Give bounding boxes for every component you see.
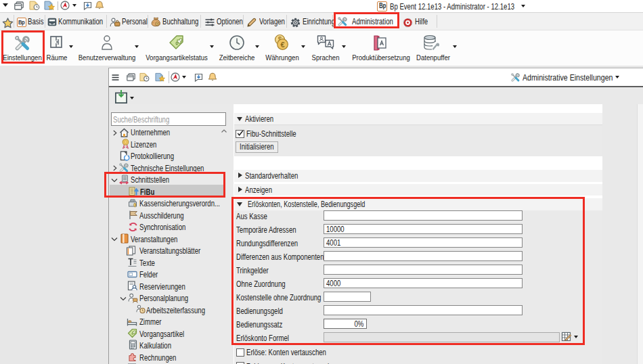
svg-text:€: €: [280, 41, 284, 49]
